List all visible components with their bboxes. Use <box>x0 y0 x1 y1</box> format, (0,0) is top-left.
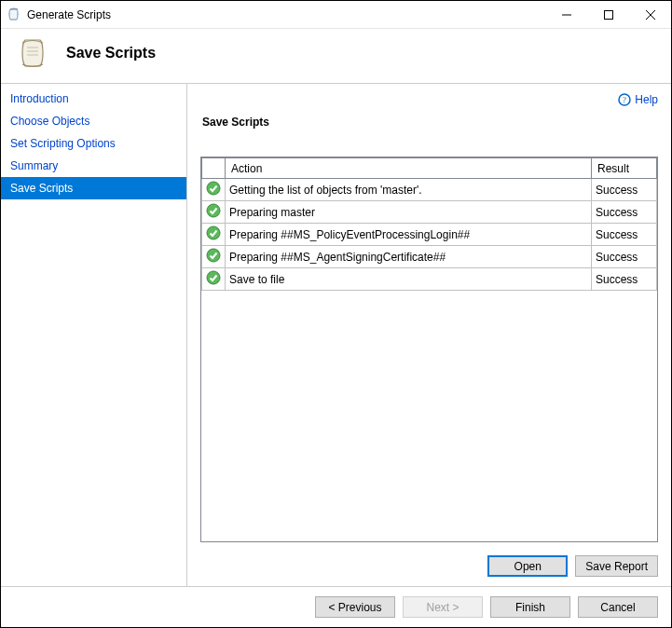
grid-header-action: Action <box>226 158 592 179</box>
sidebar-item-choose-objects[interactable]: Choose Objects <box>1 110 186 132</box>
sidebar-item-introduction[interactable]: Introduction <box>1 88 186 110</box>
sidebar-item-save-scripts[interactable]: Save Scripts <box>1 177 186 199</box>
action-cell: Getting the list of objects from 'master… <box>226 179 592 201</box>
previous-button[interactable]: < Previous <box>315 596 395 618</box>
window-title: Generate Scripts <box>27 8 545 21</box>
save-report-button[interactable]: Save Report <box>575 555 658 577</box>
main-split: Introduction Choose Objects Set Scriptin… <box>1 84 671 586</box>
table-row[interactable]: Preparing ##MS_AgentSigningCertificate##… <box>202 246 657 268</box>
action-cell: Save to file <box>226 268 592 291</box>
app-icon <box>7 7 21 22</box>
minimize-button[interactable] <box>545 1 587 28</box>
results-grid: Action Result Getting the list of object… <box>200 157 658 542</box>
grid-empty-space <box>201 291 657 541</box>
action-cell: Preparing master <box>226 201 592 224</box>
close-button[interactable] <box>629 1 671 28</box>
result-cell: Success <box>592 201 657 224</box>
result-cell: Success <box>592 179 657 201</box>
svg-text:?: ? <box>623 95 626 104</box>
table-row[interactable]: Getting the list of objects from 'master… <box>202 179 657 201</box>
svg-rect-1 <box>604 10 612 19</box>
result-cell: Success <box>592 268 657 291</box>
help-label: Help <box>635 93 658 106</box>
window-buttons <box>545 1 671 28</box>
help-icon: ? <box>618 93 631 106</box>
page-header: Save Scripts <box>1 29 671 84</box>
open-button[interactable]: Open <box>487 555 568 577</box>
grid-header-icon <box>202 158 226 179</box>
content-pane: ? Help Save Scripts Action Result Gettin… <box>187 84 671 586</box>
next-button: Next > <box>403 596 483 618</box>
success-icon <box>202 201 226 224</box>
success-icon <box>202 246 226 268</box>
scroll-icon <box>14 34 51 72</box>
svg-point-12 <box>207 249 220 262</box>
action-cell: Preparing ##MS_AgentSigningCertificate## <box>226 246 592 268</box>
maximize-button[interactable] <box>587 1 629 28</box>
success-icon <box>202 224 226 246</box>
sidebar-item-set-scripting-options[interactable]: Set Scripting Options <box>1 132 186 155</box>
cancel-button[interactable]: Cancel <box>578 596 658 618</box>
svg-point-11 <box>207 226 220 239</box>
table-row[interactable]: Preparing ##MS_PolicyEventProcessingLogi… <box>202 224 657 246</box>
sidebar: Introduction Choose Objects Set Scriptin… <box>1 84 187 586</box>
result-cell: Success <box>592 246 657 268</box>
svg-point-10 <box>207 204 220 217</box>
page-title: Save Scripts <box>66 45 156 61</box>
svg-point-13 <box>207 271 220 284</box>
titlebar: Generate Scripts <box>1 1 671 29</box>
help-link[interactable]: ? Help <box>618 93 658 106</box>
success-icon <box>202 268 226 291</box>
finish-button[interactable]: Finish <box>490 596 570 618</box>
result-cell: Success <box>592 224 657 246</box>
wizard-footer: < Previous Next > Finish Cancel <box>1 586 671 627</box>
table-row[interactable]: Save to fileSuccess <box>202 268 657 291</box>
success-icon <box>202 179 226 201</box>
table-row[interactable]: Preparing masterSuccess <box>202 201 657 224</box>
action-cell: Preparing ##MS_PolicyEventProcessingLogi… <box>226 224 592 246</box>
svg-point-9 <box>207 182 220 195</box>
sidebar-item-summary[interactable]: Summary <box>1 155 186 177</box>
grid-header-result: Result <box>592 158 657 179</box>
section-title: Save Scripts <box>202 116 658 129</box>
